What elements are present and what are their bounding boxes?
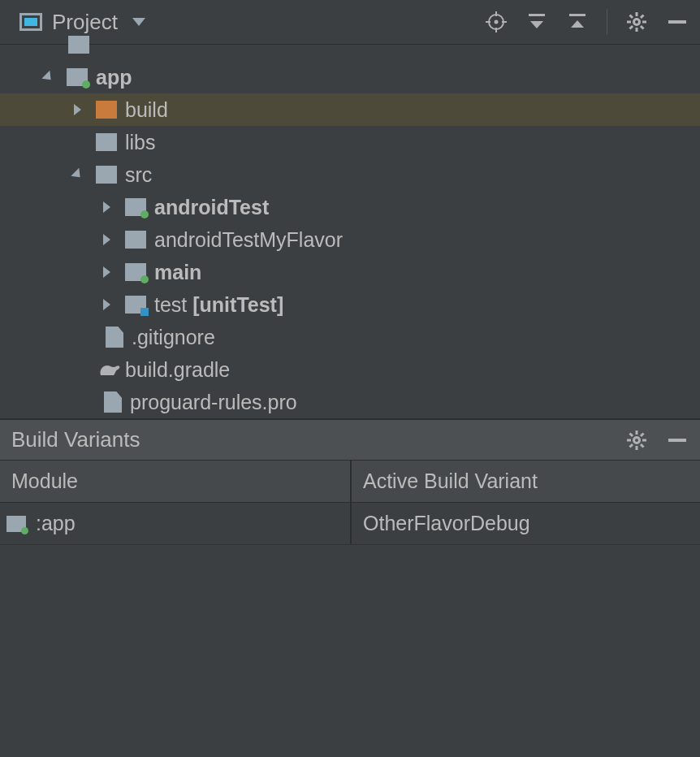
- file-icon: [104, 391, 122, 413]
- chevron-right-icon[interactable]: [68, 104, 86, 115]
- tree-item-androidtest[interactable]: androidTest: [0, 191, 700, 223]
- tree-item-build[interactable]: build: [0, 93, 700, 126]
- tree-label: main: [154, 261, 201, 284]
- project-tree[interactable]: idea app build libs src androidTest andr…: [0, 45, 700, 418]
- svg-rect-6: [529, 14, 545, 16]
- tree-label: app: [96, 66, 132, 89]
- folder-icon: [96, 133, 117, 151]
- test-folder-icon: [125, 198, 146, 216]
- variant-cell[interactable]: OtherFlavorDebug: [352, 503, 700, 544]
- tree-label: .gitignore: [132, 326, 215, 349]
- module-name: :app: [36, 512, 76, 535]
- tree-label: build.gradle: [125, 358, 230, 382]
- svg-rect-18: [668, 20, 686, 24]
- column-header-module[interactable]: Module: [0, 461, 352, 502]
- svg-rect-13: [642, 21, 646, 24]
- tree-label: androidTestMyFlavor: [154, 228, 343, 252]
- svg-rect-14: [640, 14, 645, 19]
- svg-rect-24: [629, 443, 633, 448]
- tree-item-src[interactable]: src: [0, 158, 700, 191]
- svg-point-5: [495, 20, 499, 24]
- gitignore-file-icon: [106, 327, 123, 348]
- tree-label: build: [125, 98, 168, 122]
- svg-rect-10: [636, 12, 638, 16]
- unit-test-folder-icon: [125, 296, 146, 314]
- chevron-right-icon[interactable]: [97, 234, 115, 245]
- column-header-variant[interactable]: Active Build Variant: [352, 461, 700, 502]
- empty-area: [0, 545, 700, 757]
- svg-rect-26: [640, 443, 645, 448]
- module-cell[interactable]: :app: [0, 503, 352, 544]
- folder-icon: [96, 101, 117, 119]
- gear-icon[interactable]: [625, 429, 648, 452]
- tree-label: libs: [125, 131, 156, 154]
- tree-label: test [unitTest]: [154, 293, 283, 317]
- project-view-icon: [19, 13, 42, 31]
- tree-label: androidTest: [154, 196, 269, 219]
- svg-rect-21: [627, 439, 631, 441]
- tree-item-partial[interactable]: idea: [0, 28, 700, 61]
- tree-item-gitignore[interactable]: .gitignore: [0, 321, 700, 353]
- chevron-down-icon[interactable]: [68, 169, 86, 180]
- svg-rect-16: [629, 14, 633, 19]
- chevron-right-icon[interactable]: [97, 299, 115, 310]
- build-variants-header: Build Variants: [0, 418, 700, 461]
- folder-icon: [125, 231, 146, 249]
- svg-rect-23: [640, 432, 645, 437]
- tree-item-proguard[interactable]: proguard-rules.pro: [0, 386, 700, 418]
- svg-rect-20: [636, 446, 638, 450]
- chevron-right-icon[interactable]: [97, 266, 115, 278]
- tree-item-main[interactable]: main: [0, 256, 700, 288]
- svg-marker-7: [530, 21, 543, 28]
- gradle-file-icon: [97, 361, 120, 378]
- source-folder-icon: [125, 263, 146, 281]
- folder-icon: [68, 36, 89, 54]
- module-folder-icon: [6, 516, 26, 532]
- chevron-right-icon[interactable]: [97, 201, 115, 213]
- tree-item-libs[interactable]: libs: [0, 126, 700, 158]
- table-header-row: Module Active Build Variant: [0, 461, 700, 503]
- tree-item-test[interactable]: test [unitTest]: [0, 288, 700, 321]
- tree-item-androidtestmyflavor[interactable]: androidTestMyFlavor: [0, 223, 700, 256]
- tree-item-buildgradle[interactable]: build.gradle: [0, 353, 700, 386]
- tree-label: src: [125, 163, 152, 187]
- hide-icon[interactable]: [666, 429, 689, 452]
- module-folder-icon: [67, 68, 88, 86]
- svg-rect-12: [627, 21, 631, 24]
- svg-rect-8: [569, 14, 585, 16]
- tree-item-app[interactable]: app: [0, 61, 700, 93]
- svg-rect-27: [668, 439, 686, 442]
- chevron-down-icon[interactable]: [132, 18, 145, 26]
- svg-rect-22: [642, 439, 646, 441]
- svg-rect-19: [636, 430, 638, 435]
- chevron-down-icon[interactable]: [39, 71, 57, 83]
- tree-label: proguard-rules.pro: [130, 391, 297, 414]
- folder-icon: [96, 166, 117, 184]
- table-row[interactable]: :app OtherFlavorDebug: [0, 503, 700, 545]
- build-variants-table: Module Active Build Variant :app OtherFl…: [0, 461, 700, 545]
- build-variants-title: Build Variants: [11, 427, 625, 452]
- svg-rect-25: [629, 432, 633, 437]
- svg-marker-9: [571, 20, 584, 28]
